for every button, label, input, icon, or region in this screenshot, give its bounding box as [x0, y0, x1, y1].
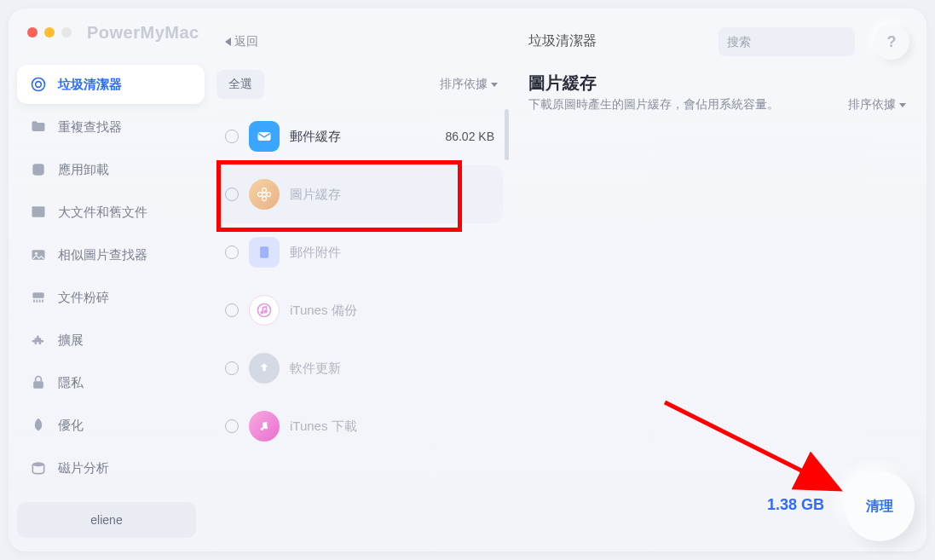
app-title: PowerMyMac: [87, 23, 199, 43]
svg-point-18: [261, 311, 263, 314]
svg-point-13: [263, 197, 267, 201]
list-item-mail-attachments[interactable]: 郵件附件: [216, 223, 503, 281]
help-button[interactable]: ?: [874, 24, 909, 60]
sidebar-item-disk-analysis[interactable]: 磁片分析: [17, 448, 205, 488]
radio-unchecked[interactable]: [225, 419, 239, 433]
svg-point-1: [36, 82, 42, 88]
list-item-itunes-backup[interactable]: iTunes 備份: [216, 281, 503, 339]
radio-unchecked[interactable]: [225, 303, 239, 317]
list-item-label: iTunes 下載: [290, 419, 494, 435]
sidebar-item-label: 垃圾清潔器: [58, 77, 122, 93]
folder-icon: [29, 118, 48, 136]
detail-description: 下載原圖時產生的圖片緩存，會佔用系統容量。: [528, 97, 779, 113]
chevron-down-icon: [491, 83, 498, 87]
sidebar-item-large-old-files[interactable]: 大文件和舊文件: [17, 193, 205, 232]
svg-line-22: [665, 402, 835, 488]
music-icon: [249, 295, 280, 326]
select-all-button[interactable]: 全選: [216, 70, 264, 99]
svg-rect-4: [32, 206, 45, 209]
sidebar-item-similar-image-finder[interactable]: 相似圖片查找器: [17, 235, 205, 274]
svg-point-6: [35, 252, 38, 255]
sidebar-item-junk-cleaner[interactable]: 垃圾清潔器: [17, 65, 205, 104]
shredder-icon: [29, 288, 48, 307]
maximize-window-button[interactable]: [61, 27, 72, 38]
svg-point-15: [267, 193, 271, 197]
clean-button[interactable]: 清理: [845, 471, 915, 541]
radio-unchecked[interactable]: [225, 361, 239, 375]
sidebar-item-extensions[interactable]: 擴展: [17, 320, 205, 360]
sidebar-item-label: 磁片分析: [58, 460, 109, 476]
target-icon: [29, 75, 48, 94]
sidebar-item-duplicate-finder[interactable]: 重複查找器: [17, 107, 205, 147]
select-all-label: 全選: [228, 77, 252, 90]
header-module-title: 垃圾清潔器: [528, 32, 597, 50]
scan-result-list: 郵件緩存 86.02 KB 圖片緩存 郵件附件 iTunes 備份: [216, 107, 503, 455]
svg-point-11: [263, 193, 267, 197]
annotation-arrow: [656, 394, 861, 513]
back-label: 返回: [234, 34, 258, 49]
sidebar-item-file-shredder[interactable]: 文件粉碎: [17, 278, 205, 317]
attachment-icon: [249, 237, 280, 268]
lock-icon: [29, 373, 48, 392]
disk-icon: [29, 459, 48, 477]
svg-rect-3: [32, 209, 45, 217]
svg-point-21: [265, 426, 268, 429]
sidebar-item-label: 隱私: [58, 375, 84, 391]
list-item-image-cache[interactable]: 圖片緩存: [216, 165, 503, 223]
list-item-software-update[interactable]: 軟件更新: [216, 339, 503, 397]
total-size: 1.38 GB: [767, 496, 824, 514]
app-window: PowerMyMac 返回 垃圾清潔器 ? 垃圾清潔器 重複查找器: [9, 9, 926, 551]
mail-icon: [249, 121, 280, 152]
search-box[interactable]: [719, 27, 855, 56]
user-name: eliene: [90, 513, 122, 527]
close-window-button[interactable]: [27, 27, 38, 38]
clean-label: 清理: [866, 498, 893, 516]
detail-title: 圖片緩存: [528, 72, 597, 95]
list-item-mail-cache[interactable]: 郵件緩存 86.02 KB: [216, 107, 503, 165]
sidebar-item-privacy[interactable]: 隱私: [17, 363, 205, 402]
sidebar-item-label: 相似圖片查找器: [58, 247, 147, 263]
sidebar-item-label: 重複查找器: [58, 119, 122, 136]
minimize-window-button[interactable]: [44, 27, 55, 38]
mid-sort-by[interactable]: 排序依據: [440, 77, 498, 92]
app-icon: [29, 160, 48, 179]
list-item-label: 郵件緩存: [290, 129, 435, 145]
sidebar-item-optimize[interactable]: 優化: [17, 406, 205, 445]
puzzle-icon: [29, 331, 48, 349]
list-item-label: iTunes 備份: [290, 303, 494, 319]
list-item-itunes-download[interactable]: iTunes 下載: [216, 397, 503, 455]
list-item-label: 軟件更新: [290, 361, 494, 377]
svg-point-17: [258, 304, 271, 317]
back-button[interactable]: 返回: [225, 34, 258, 49]
rocket-icon: [29, 416, 48, 435]
sidebar: 垃圾清潔器 重複查找器 應用卸載 大文件和舊文件 相似圖片查找器: [17, 65, 205, 534]
sidebar-item-app-uninstall[interactable]: 應用卸載: [17, 150, 205, 189]
chevron-left-icon: [225, 38, 231, 46]
detail-sort-by[interactable]: 排序依據: [848, 97, 906, 113]
upload-icon: [249, 353, 280, 384]
sort-by-label: 排序依據: [440, 77, 488, 92]
radio-unchecked[interactable]: [225, 245, 239, 259]
chevron-down-icon: [899, 103, 906, 107]
scrollbar-thumb[interactable]: [505, 109, 509, 160]
svg-rect-8: [33, 381, 43, 388]
svg-point-12: [263, 188, 267, 193]
user-chip[interactable]: eliene: [17, 502, 196, 538]
svg-rect-2: [32, 164, 43, 175]
search-input[interactable]: [727, 35, 876, 49]
radio-unchecked[interactable]: [225, 188, 239, 201]
box-icon: [29, 203, 48, 222]
svg-point-9: [32, 462, 43, 466]
svg-point-14: [258, 193, 263, 197]
sidebar-item-label: 文件粉碎: [58, 290, 109, 306]
svg-point-0: [32, 78, 45, 91]
sidebar-item-label: 大文件和舊文件: [58, 205, 147, 221]
sidebar-item-label: 優化: [58, 418, 84, 434]
radio-unchecked[interactable]: [225, 130, 239, 143]
list-item-label: 圖片緩存: [290, 187, 494, 203]
list-item-size: 86.02 KB: [445, 130, 494, 143]
image-icon: [29, 245, 48, 264]
help-label: ?: [887, 33, 897, 51]
traffic-lights: [27, 27, 72, 38]
mid-header: 全選 排序依據: [216, 70, 498, 99]
